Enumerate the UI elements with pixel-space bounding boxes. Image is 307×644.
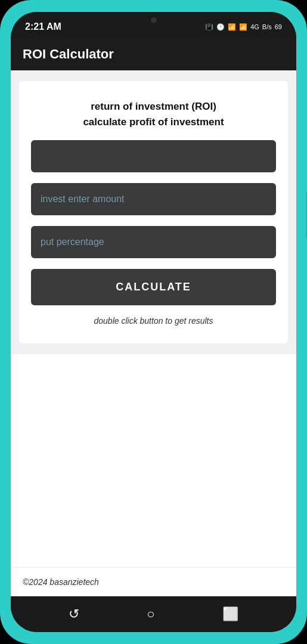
content-card: return of investment (ROI) calculate pro… [19,81,288,343]
copyright: ©2024 basanzietech [11,567,296,596]
vibrate-icon: 📳 [205,23,213,31]
back-button[interactable]: ↺ [69,606,79,622]
investment-value-input[interactable] [31,140,276,172]
signal2-icon: 📶 [239,23,247,31]
signal-icon: 📶 [228,23,236,31]
status-icons: 📳 🕐 📶 📶 4G B/s 69 [205,23,282,31]
calculate-button[interactable]: CALCULATE [31,269,276,305]
card-title-line2: calculate profit of investment [31,114,276,130]
status-time: 2:21 AM [25,21,61,32]
battery-level: 69 [275,23,282,30]
hint-text: double click button to get results [31,316,276,326]
camera [151,17,157,23]
data-speed: B/s [262,23,272,30]
phone-frame: 2:21 AM 📳 🕐 📶 📶 4G B/s 69 ROI Calculator… [0,0,307,644]
main-content: return of investment (ROI) calculate pro… [11,70,296,596]
content-spacer [11,354,296,567]
network-type: 4G [250,23,259,30]
card-title-line1: return of investment (ROI) [31,99,276,114]
home-button[interactable]: ○ [147,606,154,622]
alarm-icon: 🕐 [216,23,225,31]
app-bar: ROI Calculator [11,38,296,70]
invest-amount-input[interactable] [31,183,276,215]
notch [115,12,193,29]
recents-button[interactable]: ⬜ [222,606,238,622]
phone-screen: 2:21 AM 📳 🕐 📶 📶 4G B/s 69 ROI Calculator… [11,12,296,632]
percentage-input[interactable] [31,226,276,258]
card-title: return of investment (ROI) calculate pro… [31,99,276,129]
nav-bar: ↺ ○ ⬜ [11,596,296,632]
app-title: ROI Calculator [23,47,114,61]
